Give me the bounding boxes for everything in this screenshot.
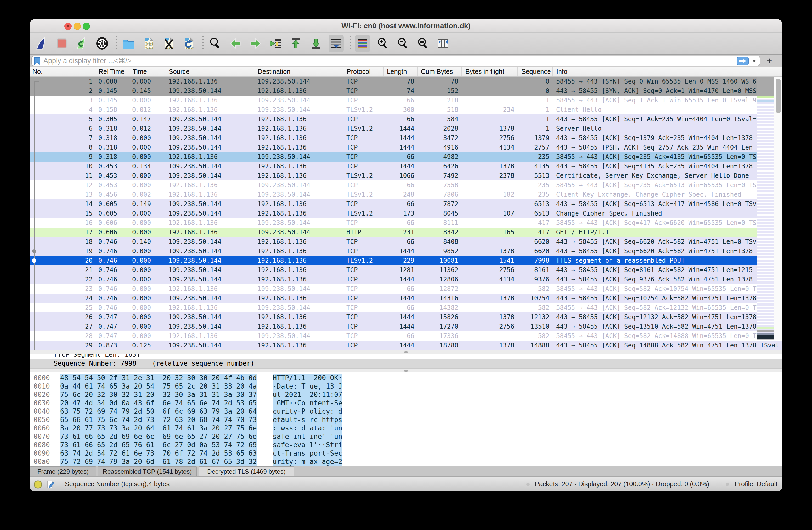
hex-ascii[interactable]: HTTP/1.1 200 OK·	[273, 374, 342, 382]
packet-row[interactable]: 40.1580.012192.168.1.136109.238.50.144TL…	[30, 105, 782, 114]
packet-row[interactable]: 210.7460.000109.238.50.144192.168.1.136T…	[30, 265, 782, 275]
bytes-tab-decrypted-tls[interactable]: Decrypted TLS (1469 bytes)	[199, 466, 294, 476]
hex-ascii[interactable]: ul 2021 20:11:07	[273, 390, 342, 399]
hex-row[interactable]: 003020 47 4d 54 0d 0a 43 6f 6e 74 65 6e …	[30, 399, 782, 407]
hex-ascii[interactable]: urity: m ax-age=2	[273, 458, 342, 466]
stop-capture-button[interactable]	[54, 34, 69, 52]
hex-ascii[interactable]: efault-s rc https	[273, 416, 342, 424]
display-filter-input[interactable]	[43, 57, 737, 65]
filter-history-dropdown-icon[interactable]	[752, 59, 756, 62]
detail-bytes-splitter[interactable]	[30, 368, 782, 372]
vertical-scrollbar-thumb[interactable]	[775, 79, 781, 113]
packet-row[interactable]: 180.7460.140109.238.50.144192.168.1.136T…	[30, 237, 782, 247]
close-file-button[interactable]: 01110	[161, 34, 176, 52]
packet-row[interactable]: 260.7470.000109.238.50.144192.168.1.136T…	[30, 312, 782, 322]
packet-row[interactable]: 90.3180.000192.168.1.136109.238.50.144TC…	[30, 152, 782, 162]
column-header-time[interactable]: Time	[129, 67, 165, 76]
column-header-bytes-in-flight[interactable]: Bytes in flight	[462, 67, 518, 76]
detail-row-tcp-segment-len[interactable]: [TCP Segment Len: 163]	[30, 354, 782, 359]
packet-row[interactable]: 190.7460.000109.238.50.144192.168.1.136T…	[30, 247, 782, 256]
hex-bytes[interactable]: 75 6c 20 32 30 32 31 20 32 30 3a 31 31 3…	[60, 390, 257, 399]
hex-ascii[interactable]: curity-P olicy: d	[273, 407, 342, 416]
go-last-packet-button[interactable]	[308, 34, 323, 52]
packet-row[interactable]: 140.6050.149109.238.50.144192.168.1.136T…	[30, 199, 782, 209]
status-profile[interactable]: Profile: Default	[735, 477, 778, 491]
hex-row[interactable]: 00100a 44 61 74 65 3a 20 54 75 65 2c 20 …	[30, 382, 782, 390]
restart-capture-button[interactable]	[74, 34, 89, 52]
resize-columns-button[interactable]	[436, 34, 451, 52]
packet-row[interactable]: 130.4560.002192.168.1.136109.238.50.144T…	[30, 190, 782, 199]
hex-bytes[interactable]: 73 61 66 65 2d 69 6e 6c 69 6e 65 27 20 2…	[60, 432, 257, 441]
hex-bytes[interactable]: 3a 20 77 73 73 3a 20 64 61 74 61 3a 20 2…	[60, 424, 257, 432]
packet-row[interactable]: 280.7470.000192.168.1.136109.238.50.144T…	[30, 331, 782, 341]
packet-row[interactable]: 20.1450.145109.238.50.144192.168.1.136TC…	[30, 86, 782, 96]
expert-info-icon[interactable]	[33, 480, 42, 489]
bytes-tab-reassembled-tcp[interactable]: Reassembled TCP (1541 bytes)	[98, 466, 197, 476]
zoom-normal-button[interactable]	[416, 34, 431, 52]
hex-ascii[interactable]: ·Date: T ue, 13 J	[273, 382, 342, 390]
column-header-destination[interactable]: Destination	[254, 67, 343, 76]
filter-bookmark-icon[interactable]	[34, 57, 40, 65]
hex-bytes[interactable]: 75 72 69 74 79 3a 20 6d 61 78 2d 61 67 6…	[60, 458, 257, 466]
list-detail-splitter[interactable]	[30, 350, 782, 354]
packet-row[interactable]: 170.6060.000192.168.1.136109.238.50.144H…	[30, 227, 782, 237]
go-to-packet-button[interactable]	[268, 34, 283, 52]
packet-row[interactable]: 160.6060.000192.168.1.136109.238.50.144T…	[30, 218, 782, 227]
packet-row[interactable]: 120.4530.000192.168.1.136109.238.50.144T…	[30, 180, 782, 190]
add-filter-button[interactable]: +	[764, 56, 775, 66]
column-header-cum-bytes[interactable]: Cum Bytes	[417, 67, 462, 76]
hex-ascii[interactable]: ct-Trans port-Sec	[273, 449, 342, 458]
column-header-source[interactable]: Source	[165, 67, 254, 76]
column-header-no-[interactable]: No.	[30, 67, 95, 76]
packet-row[interactable]: 200.7460.000109.238.50.144192.168.1.136T…	[30, 256, 782, 265]
zoom-in-button[interactable]	[375, 34, 390, 52]
open-file-button[interactable]	[121, 34, 136, 52]
column-header-sequence[interactable]: Sequence	[518, 67, 552, 76]
packet-row[interactable]: 290.8730.125109.238.50.144192.168.1.136T…	[30, 341, 782, 350]
packet-row[interactable]: 150.6050.000109.238.50.144192.168.1.136T…	[30, 209, 782, 218]
hex-row[interactable]: 000048 54 54 50 2f 31 2e 31 20 32 30 30 …	[30, 374, 782, 382]
hex-row[interactable]: 002075 6c 20 32 30 32 31 20 32 30 3a 31 …	[30, 390, 782, 399]
reload-file-button[interactable]: 01110	[181, 34, 197, 52]
save-file-button[interactable]: 010100110101110	[141, 34, 156, 52]
hex-row[interactable]: 00a075 72 69 74 79 3a 20 6d 61 78 2d 61 …	[30, 458, 782, 466]
hex-row[interactable]: 00603a 20 77 73 73 3a 20 64 61 74 61 3a …	[30, 424, 782, 432]
hex-ascii[interactable]: safe-eva l'··Stri	[273, 441, 342, 449]
auto-scroll-button[interactable]	[329, 34, 344, 52]
start-capture-button[interactable]	[34, 34, 49, 52]
packet-row[interactable]: 220.7460.000109.238.50.144192.168.1.136T…	[30, 275, 782, 284]
capture-options-button[interactable]	[95, 34, 110, 52]
display-filter-field[interactable]	[31, 56, 760, 66]
packet-row[interactable]: 80.3180.000109.238.50.144192.168.1.136TC…	[30, 143, 782, 152]
hex-row[interactable]: 005065 66 61 75 6c 74 2d 73 72 63 20 68 …	[30, 416, 782, 424]
capture-comment-icon[interactable]	[46, 480, 55, 489]
apply-filter-button[interactable]	[737, 57, 749, 66]
go-back-button[interactable]	[228, 34, 243, 52]
hex-bytes[interactable]: 65 66 61 75 6c 74 2d 73 72 63 20 68 74 7…	[60, 416, 257, 424]
packet-row[interactable]: 110.4530.000109.238.50.144192.168.1.136T…	[30, 171, 782, 180]
go-forward-button[interactable]	[248, 34, 263, 52]
packet-row[interactable]: 50.3050.147109.238.50.144192.168.1.136TC…	[30, 114, 782, 124]
hex-bytes[interactable]: 73 61 66 65 2d 65 76 61 6c 27 0d 0a 53 7…	[60, 441, 257, 449]
hex-ascii[interactable]: : wss: d ata: 'un	[273, 424, 342, 432]
hex-row[interactable]: 008073 61 66 65 2d 65 76 61 6c 27 0d 0a …	[30, 441, 782, 449]
hex-bytes[interactable]: 20 47 4d 54 0d 0a 43 6f 6e 74 65 6e 74 2…	[60, 399, 257, 407]
packet-row[interactable]: 10.0000.000192.168.1.136109.238.50.144TC…	[30, 77, 782, 86]
packet-row[interactable]: 270.7470.000109.238.50.144192.168.1.136T…	[30, 322, 782, 331]
hex-ascii[interactable]: safe-inl ine' 'un	[273, 432, 342, 441]
go-first-packet-button[interactable]	[288, 34, 303, 52]
hex-bytes[interactable]: 0a 44 61 74 65 3a 20 54 75 65 2c 20 31 3…	[60, 382, 257, 390]
hex-row[interactable]: 007073 61 66 65 2d 69 6e 6c 69 6e 65 27 …	[30, 432, 782, 441]
packet-row[interactable]: 60.3180.012109.238.50.144192.168.1.136TL…	[30, 124, 782, 133]
vertical-scrollbar[interactable]	[774, 77, 782, 340]
hex-bytes[interactable]: 63 75 72 69 74 79 2d 50 6f 6c 69 63 79 3…	[60, 407, 257, 416]
packet-row[interactable]: 70.3180.000109.238.50.144192.168.1.136TC…	[30, 133, 782, 143]
column-header-rel-time[interactable]: Rel Time	[95, 67, 129, 76]
column-header-length[interactable]: Length	[383, 67, 417, 76]
hex-bytes[interactable]: 48 54 54 50 2f 31 2e 31 20 32 30 30 20 4…	[60, 374, 257, 382]
column-header-info[interactable]: Info	[552, 67, 782, 76]
hex-bytes[interactable]: 63 74 2d 54 72 61 6e 73 70 6f 72 74 2d 5…	[60, 449, 257, 458]
packet-row[interactable]: 240.7460.000109.238.50.144192.168.1.136T…	[30, 294, 782, 303]
hex-row[interactable]: 009063 74 2d 54 72 61 6e 73 70 6f 72 74 …	[30, 449, 782, 458]
packet-row[interactable]: 230.7460.000192.168.1.136109.238.50.144T…	[30, 284, 782, 294]
